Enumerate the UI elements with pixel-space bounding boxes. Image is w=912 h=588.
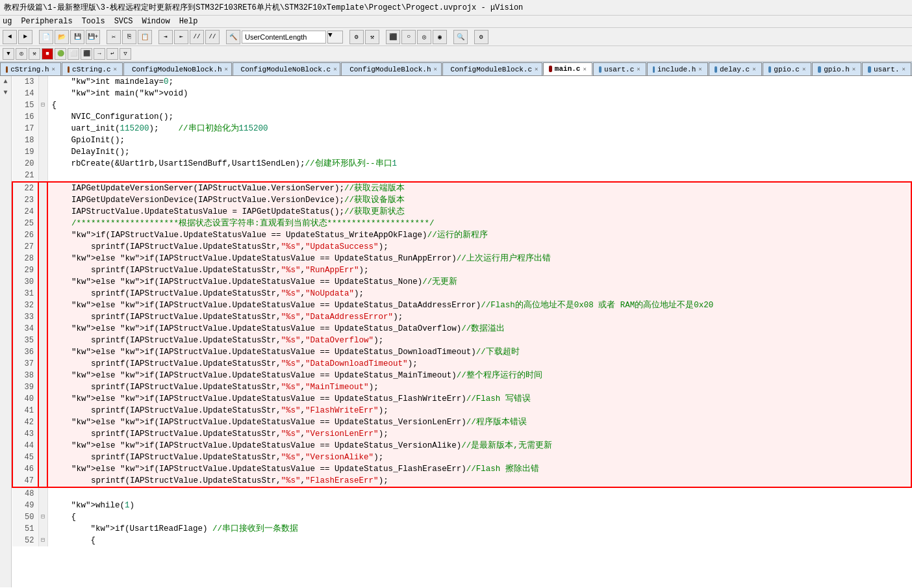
tab-gpio_c[interactable]: gpio.c✕ [763,62,812,75]
nav-down[interactable]: ▼ [3,89,7,96]
code-cell[interactable] [47,170,911,182]
code-cell[interactable]: "kw">else "kw">if(IAPStructValue.UpdateS… [47,323,911,335]
debug1-button[interactable]: ○ [401,30,416,44]
fold-marker[interactable] [38,405,47,416]
fold-marker[interactable] [38,370,47,381]
fold-marker[interactable] [38,170,47,182]
code-cell[interactable]: DelayInit(); [47,146,911,158]
code-cell[interactable]: "kw">else "kw">if(IAPStructValue.UpdateS… [47,370,911,381]
code-cell[interactable]: rbCreate(&Uart1rb,Usart1SendBuff,Usart1S… [47,158,911,170]
back-button[interactable]: ◄ [3,30,17,44]
menu-window[interactable]: Window [142,17,170,26]
code-area[interactable]: 13 "kw">int maindelay=0;14 "kw">int main… [12,76,912,587]
user-content-length-input[interactable] [242,31,326,44]
tb2-btn7[interactable]: ⬛ [81,48,92,60]
fold-marker[interactable] [38,241,47,253]
fold-marker[interactable] [38,111,47,123]
tb2-btn2[interactable]: ◎ [16,48,27,60]
fold-marker[interactable] [38,123,47,134]
code-cell[interactable]: /*********************根据状态设置字符串:直观看到当前状态… [47,218,911,229]
paste-button[interactable]: 📋 [138,30,152,44]
compile-button[interactable]: ⚙ [349,30,364,44]
fold-marker[interactable] [38,475,47,487]
tab-usart_[interactable]: usart.✕ [862,62,911,75]
code-cell[interactable]: "kw">if(IAPStructValue.UpdateStatusValue… [47,229,911,241]
code-cell[interactable]: GpioInit(); [47,134,911,146]
tab-close-button[interactable]: ✕ [852,66,855,73]
fold-marker[interactable] [38,146,47,158]
fold-marker[interactable] [38,463,47,475]
copy-button[interactable]: ⎘ [122,30,136,44]
tab-close-button[interactable]: ✕ [802,66,805,73]
code-cell[interactable]: { [47,511,911,523]
code-cell[interactable]: "kw">int main("kw">void) [47,88,911,99]
fold-marker[interactable] [38,253,47,264]
code-cell[interactable]: IAPGetUpdateVersionDevice(IAPStructValue… [47,194,911,206]
new-button[interactable]: 📄 [39,30,53,44]
tab-delay_c[interactable]: delay.c✕ [709,62,762,75]
fold-marker[interactable] [38,194,47,206]
tab-ConfigModuleNoBlock_c[interactable]: ConfigModuleNoBlock.c✕ [233,62,341,75]
tab-close-button[interactable]: ✕ [698,66,702,73]
fold-marker[interactable] [38,500,47,511]
fold-marker[interactable] [38,381,47,393]
code-cell[interactable]: sprintf(IAPStructValue.UpdateStatusStr,"… [47,405,911,416]
code-cell[interactable] [47,487,911,500]
nav-up[interactable]: ▲ [3,78,7,85]
fold-marker[interactable] [38,134,47,146]
code-cell[interactable]: sprintf(IAPStructValue.UpdateStatusStr,"… [47,264,911,276]
debug2-button[interactable]: ◎ [417,30,431,44]
tab-include_h[interactable]: include.h✕ [647,62,708,75]
code-cell[interactable]: "kw">else "kw">if(IAPStructValue.UpdateS… [47,416,911,428]
tab-close-button[interactable]: ✕ [583,66,586,73]
tab-close-button[interactable]: ✕ [114,66,117,73]
code-cell[interactable]: sprintf(IAPStructValue.UpdateStatusStr,"… [47,288,911,300]
code-cell[interactable]: "kw">else "kw">if(IAPStructValue.UpdateS… [47,393,911,405]
code-cell[interactable]: IAPStructValue.UpdateStatusValue = IAPGe… [47,206,911,218]
content-dropdown[interactable]: ▼ [327,31,343,44]
fold-marker[interactable]: ⊟ [38,535,47,546]
save-button[interactable]: 💾 [70,30,84,44]
tb2-btn5[interactable]: 🟢 [55,48,66,60]
code-cell[interactable]: { [47,99,911,111]
open-button[interactable]: 📂 [55,30,69,44]
tab-close-button[interactable]: ✕ [52,66,55,73]
code-cell[interactable]: sprintf(IAPStructValue.UpdateStatusStr,"… [47,241,911,253]
tab-ConfigModuleNoBlock_h[interactable]: ConfigModuleNoBlock.h✕ [123,62,232,75]
code-cell[interactable]: sprintf(IAPStructValue.UpdateStatusStr,"… [47,311,911,323]
fold-marker[interactable]: ⊟ [38,511,47,523]
indent-button[interactable]: ⇥ [158,30,173,44]
tb2-btn3[interactable]: ⚒ [29,48,40,60]
tb2-btn4[interactable]: ■ [42,48,53,60]
tab-close-button[interactable]: ✕ [902,66,906,73]
fold-marker[interactable] [38,346,47,358]
fold-marker[interactable] [38,182,47,194]
menu-svcs[interactable]: SVCS [114,17,133,26]
fold-marker[interactable] [38,358,47,370]
tab-close-button[interactable]: ✕ [535,66,538,73]
tab-close-button[interactable]: ✕ [225,66,228,73]
save-all-button[interactable]: 💾+ [86,30,100,44]
tab-cString_c[interactable]: cString.c✕ [62,62,123,75]
tab-ConfigModuleBlock_c[interactable]: ConfigModuleBlock.c✕ [442,62,542,75]
fold-marker[interactable] [38,76,47,88]
tab-ConfigModuleBlock_h[interactable]: ConfigModuleBlock.h✕ [341,62,441,75]
code-cell[interactable]: sprintf(IAPStructValue.UpdateStatusStr,"… [47,428,911,440]
uncomment-button[interactable]: // [205,30,220,44]
settings-button[interactable]: ⚙ [474,30,488,44]
fold-marker[interactable] [38,323,47,335]
forward-button[interactable]: ► [18,30,32,44]
fold-marker[interactable] [38,206,47,218]
tab-close-button[interactable]: ✕ [637,66,640,73]
find-button[interactable]: 🔍 [453,30,468,44]
fold-marker[interactable] [38,88,47,99]
code-cell[interactable]: sprintf(IAPStructValue.UpdateStatusStr,"… [47,335,911,346]
fold-marker[interactable] [38,335,47,346]
code-cell[interactable]: "kw">else "kw">if(IAPStructValue.UpdateS… [47,276,911,288]
tb2-btn8[interactable]: → [94,48,105,60]
tb2-btn6[interactable]: ⬜ [68,48,79,60]
code-cell[interactable]: sprintf(IAPStructValue.UpdateStatusStr,"… [47,475,911,487]
fold-marker[interactable]: ⊟ [38,99,47,111]
tab-close-button[interactable]: ✕ [434,66,437,73]
code-cell[interactable]: "kw">if(Usart1ReadFlage) //串口接收到一条数据 [47,523,911,535]
